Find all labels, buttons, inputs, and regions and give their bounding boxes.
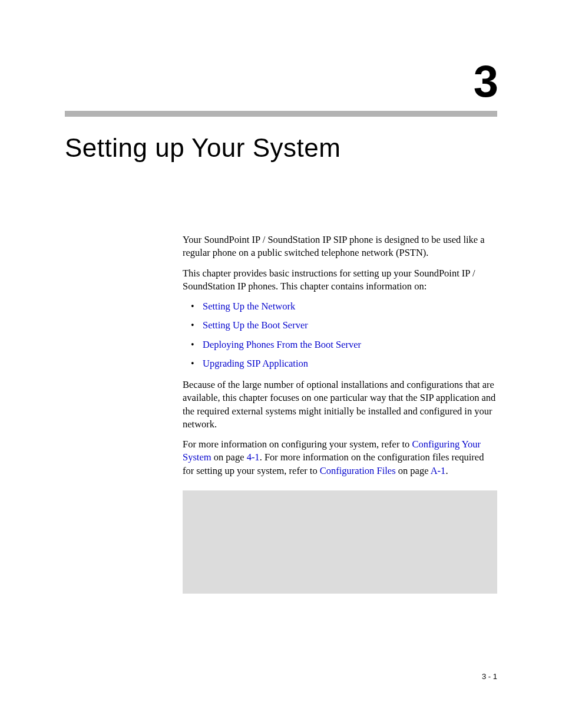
paragraph-4: For more information on configuring your…: [183, 438, 497, 477]
toc-item: Setting Up the Network: [193, 300, 497, 313]
link-deploying-phones[interactable]: Deploying Phones From the Boot Server: [203, 339, 361, 350]
text-fragment: on page: [396, 465, 431, 476]
link-configuration-files[interactable]: Configuration Files: [320, 465, 396, 476]
document-page: 3 Setting up Your System Your SoundPoint…: [0, 0, 562, 728]
body-content: Your SoundPoint IP / SoundStation IP SIP…: [183, 233, 497, 594]
toc-list: Setting Up the Network Setting Up the Bo…: [183, 300, 497, 370]
link-setting-up-network[interactable]: Setting Up the Network: [203, 301, 295, 312]
text-fragment: For more information on configuring your…: [183, 439, 412, 450]
toc-item: Upgrading SIP Application: [193, 357, 497, 370]
chapter-title: Setting up Your System: [65, 133, 497, 163]
link-page-4-1[interactable]: 4-1: [247, 452, 260, 463]
chapter-number: 3: [65, 59, 497, 104]
paragraph-intro-1: Your SoundPoint IP / SoundStation IP SIP…: [183, 233, 497, 260]
horizontal-rule: [65, 111, 497, 117]
link-page-a-1[interactable]: A-1: [431, 465, 446, 476]
toc-item: Setting Up the Boot Server: [193, 319, 497, 332]
link-upgrading-sip[interactable]: Upgrading SIP Application: [203, 358, 308, 369]
placeholder-box: [183, 490, 497, 594]
paragraph-intro-2: This chapter provides basic instructions…: [183, 267, 497, 294]
link-setting-up-boot-server[interactable]: Setting Up the Boot Server: [203, 319, 308, 331]
paragraph-3: Because of the large number of optional …: [183, 378, 497, 431]
page-number: 3 - 1: [482, 672, 497, 681]
text-fragment: on page: [211, 452, 247, 463]
toc-item: Deploying Phones From the Boot Server: [193, 338, 497, 351]
text-fragment: .: [445, 465, 448, 476]
